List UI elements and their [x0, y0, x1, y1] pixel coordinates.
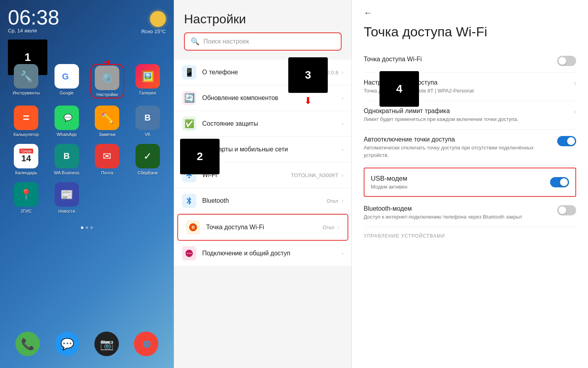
- app-notes[interactable]: ✏️ Заметки: [90, 106, 124, 137]
- settings-item-sim[interactable]: 📶 SIM-карты и мобильные сети › 2: [174, 137, 351, 162]
- hotspot-title: Точка доступа Wi-Fi: [206, 224, 323, 231]
- weather-icon: [150, 11, 166, 27]
- app-icon-2gis: 📍: [14, 182, 38, 207]
- section-label: УПРАВЛЕНИЕ УСТРОЙСТВАМИ: [364, 227, 576, 241]
- step-marker-4: 4: [379, 71, 419, 107]
- usb-modem-text: USB-модем Модем активен: [371, 175, 408, 190]
- wifi-bt-modem-control[interactable]: [557, 205, 576, 215]
- app-grid: 🔧 Инструменты G Google ⚙️ Настройки ➜ 🖼️: [0, 60, 174, 225]
- settings-arrow: ➜: [103, 57, 111, 67]
- wifi-bt-modem-subtitle: Доступ к интернет-подключению телефона ч…: [364, 213, 551, 221]
- app-calendar[interactable]: Среда 14 Календарь: [9, 144, 43, 175]
- app-icon-gallery: 🖼️: [135, 64, 160, 89]
- bluetooth-content: Bluetooth: [202, 197, 327, 204]
- settings-item-hotspot[interactable]: Точка доступа Wi-Fi Откл ›: [177, 214, 348, 241]
- settings-header: Настройки 🔍 Поиск настроек: [174, 0, 351, 57]
- wifi-auto-off-control[interactable]: [557, 136, 576, 146]
- security-chevron: ›: [342, 120, 344, 127]
- bluetooth-title: Bluetooth: [202, 197, 327, 204]
- svg-text:G: G: [62, 72, 69, 81]
- svg-text:🌐: 🌐: [143, 340, 151, 348]
- wifi-hotspot-panel: ← Точка доступа Wi-Fi 4 Точка доступа Wi…: [351, 0, 588, 368]
- wifi-bt-modem-content: Bluetooth-модем Доступ к интернет-подклю…: [364, 205, 551, 221]
- about-content: О телефоне: [202, 69, 295, 76]
- app-sberbank[interactable]: ✓ СберБанк: [131, 144, 164, 175]
- app-whatsapp[interactable]: 💬 WhatsApp: [50, 106, 83, 137]
- app-label-vk: VK: [145, 132, 150, 137]
- app-gallery[interactable]: 🖼️ Галерея: [131, 64, 164, 98]
- app-instruments[interactable]: 🔧 Инструменты: [9, 64, 43, 98]
- bluetooth-icon: [182, 194, 196, 208]
- wifi-auto-off-toggle[interactable]: [557, 136, 576, 146]
- wifi-hotspot-toggle[interactable]: [557, 56, 576, 66]
- sim-title: SIM-карты и мобильные сети: [202, 146, 342, 153]
- wifi-hotspot-title: Точка доступа Wi-Fi: [364, 24, 576, 40]
- app-mail[interactable]: ✉ Почта: [90, 144, 124, 175]
- bluetooth-value: Откл: [327, 198, 338, 204]
- app-label-2gis: 2ГИС: [21, 209, 32, 213]
- bluetooth-chevron: ›: [342, 197, 344, 204]
- usb-modem-row: USB-модем Модем активен: [371, 175, 569, 190]
- wifi-limit-title: Однократный лимит трафика: [364, 108, 568, 115]
- app-icon-calendar: Среда 14: [14, 144, 38, 168]
- dock-messages[interactable]: 💬: [55, 332, 79, 356]
- about-icon: 📱: [182, 65, 196, 79]
- wifi-toggle-control[interactable]: [557, 56, 576, 66]
- app-icon-whatsapp: 💬: [54, 106, 79, 130]
- app-icon-google: G: [54, 64, 79, 89]
- status-bar: 06:38 Ср, 14 июля Ясно 15°C: [0, 0, 174, 36]
- hotspot-content: Точка доступа Wi-Fi: [206, 224, 323, 231]
- search-placeholder: Поиск настроек: [203, 38, 249, 45]
- app-label-sberbank: СберБанк: [137, 170, 158, 175]
- app-google[interactable]: G Google: [50, 64, 83, 98]
- app-label-calendar: Календарь: [15, 170, 37, 175]
- time-display: 06:38: [8, 7, 59, 28]
- dock-camera[interactable]: 📷: [94, 332, 119, 356]
- wifi-limit-chevron: ›: [574, 108, 576, 116]
- connection-icon: [182, 246, 196, 260]
- app-vk[interactable]: В VK: [131, 106, 164, 137]
- settings-item-connection[interactable]: Подключение и общий доступ ›: [174, 241, 351, 266]
- settings-item-bluetooth[interactable]: Bluetooth Откл ›: [174, 188, 351, 214]
- usb-modem-title: USB-модем: [371, 175, 408, 183]
- back-button[interactable]: ←: [364, 8, 576, 18]
- bt-modem-toggle[interactable]: [557, 205, 576, 215]
- connection-content: Подключение и общий доступ: [202, 250, 342, 257]
- limit-chevron-icon: ›: [574, 108, 576, 116]
- wifi-bt-modem-title: Bluetooth-модем: [364, 205, 551, 212]
- app-label-gallery: Галерея: [139, 91, 156, 95]
- step-marker-3: 3 ⬇: [288, 57, 328, 106]
- app-icon-empty-1: [95, 182, 119, 207]
- hotspot-value: Откл: [323, 225, 334, 230]
- app-news[interactable]: 📰 Новости: [50, 182, 83, 213]
- app-icon-notes: ✏️: [95, 106, 119, 130]
- app-icon-calculator: =: [14, 106, 38, 130]
- usb-modem-toggle[interactable]: [550, 177, 569, 187]
- search-icon: 🔍: [191, 37, 199, 46]
- app-row-4: 📍 2ГИС 📰 Новости: [6, 182, 168, 213]
- security-icon: ✅: [182, 117, 196, 131]
- app-settings[interactable]: ⚙️ Настройки ➜: [90, 64, 124, 98]
- wifi-auto-off-subtitle: Автоматически отключать точку доступа пр…: [364, 144, 551, 159]
- settings-title: Настройки: [184, 12, 342, 26]
- settings-item-security[interactable]: ✅ Состояние защиты ›: [174, 111, 351, 137]
- app-empty-2: [131, 182, 164, 213]
- app-icon-empty-2: [135, 182, 160, 207]
- home-screen: 06:38 Ср, 14 июля Ясно 15°C 1 🔧 Инструме…: [0, 0, 174, 368]
- app-icon-settings: ⚙️: [95, 66, 119, 90]
- search-box[interactable]: 🔍 Поиск настроек: [184, 32, 342, 51]
- app-icon-news: 📰: [54, 182, 79, 207]
- dock-phone[interactable]: 📞: [15, 332, 40, 356]
- app-2gis[interactable]: 📍 2ГИС: [9, 182, 43, 213]
- hotspot-icon: [186, 220, 200, 234]
- app-wa-business[interactable]: B WA Business: [50, 144, 83, 175]
- wifi-bt-modem-row: Bluetooth-модем Доступ к интернет-подклю…: [364, 199, 576, 227]
- app-label-wa-business: WA Business: [54, 170, 79, 175]
- wifi-toggle-title: Точка доступа Wi-Fi: [364, 56, 551, 63]
- dock-chrome[interactable]: 🌐: [134, 332, 158, 356]
- usb-modem-arrow: ⬇: [565, 0, 572, 2]
- security-content: Состояние защиты: [202, 120, 342, 127]
- app-calculator[interactable]: = Калькулятор: [9, 106, 43, 137]
- bottom-dock: 📞 💬 📷 🌐: [0, 332, 174, 356]
- update-chevron: ›: [342, 94, 344, 102]
